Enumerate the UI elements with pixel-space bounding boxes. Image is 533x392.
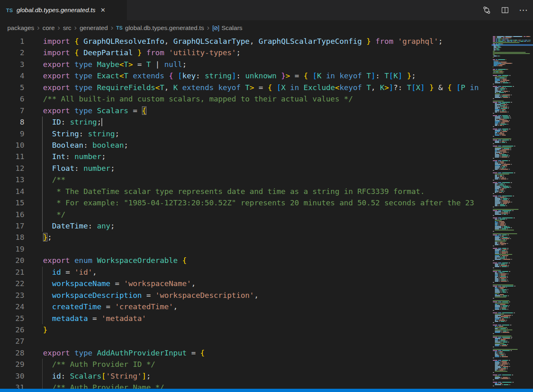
indent-guide [42, 220, 43, 232]
line-number[interactable]: 3 [0, 59, 24, 70]
line-number[interactable]: 23 [0, 290, 24, 301]
code-line[interactable]: 11 Int: number; [0, 151, 489, 162]
chevron-right-icon: › [74, 23, 77, 32]
indent-guide [42, 278, 43, 289]
breadcrumb-file-label: global.db.types.generated.ts [125, 24, 204, 32]
chevron-right-icon: › [111, 23, 113, 32]
code-line[interactable]: 14 * The DateTime scalar type represents… [0, 186, 489, 197]
line-number[interactable]: 24 [0, 301, 24, 312]
tab-actions: ⋯ [482, 0, 528, 20]
chevron-right-icon: › [58, 23, 60, 32]
indent-guide [42, 290, 43, 301]
code-lines: 1import { GraphQLResolveInfo, GraphQLSca… [0, 36, 489, 392]
line-number[interactable]: 13 [0, 174, 24, 185]
code-line[interactable]: 10 Boolean: boolean; [0, 140, 489, 151]
line-number[interactable]: 26 [0, 324, 24, 336]
code-line[interactable]: 28export type AddAuthProviderInput = { [0, 347, 489, 359]
line-number[interactable]: 21 [0, 267, 24, 278]
line-number[interactable]: 19 [0, 243, 24, 255]
line-number[interactable]: 17 [0, 220, 24, 232]
code-line[interactable]: 6/** All built-in and custom scalars, ma… [0, 93, 489, 105]
breadcrumb-item-file[interactable]: TS global.db.types.generated.ts [116, 24, 204, 32]
line-number[interactable]: 11 [0, 151, 24, 162]
code-line[interactable]: 17 DateTime: any; [0, 220, 489, 232]
line-number[interactable]: 2 [0, 47, 24, 58]
code-line[interactable]: 21 id = 'id', [0, 267, 489, 278]
code-line[interactable]: 18}; [0, 232, 489, 243]
indent-guide [42, 209, 43, 220]
line-number[interactable]: 9 [0, 128, 24, 140]
line-number[interactable]: 12 [0, 163, 24, 174]
chevron-right-icon: › [37, 23, 39, 32]
indent-guide [42, 267, 43, 278]
line-number[interactable]: 20 [0, 255, 24, 266]
breadcrumb-item-generated[interactable]: generated [80, 24, 108, 32]
code-line[interactable]: 9 String: string; [0, 128, 489, 140]
code-line[interactable]: 29 /** Auth Provider ID */ [0, 359, 489, 370]
breadcrumb-item-packages[interactable]: packages [7, 24, 34, 32]
code-line[interactable]: 25 metadata = 'metadata' [0, 313, 489, 324]
line-number[interactable]: 18 [0, 232, 24, 243]
line-number[interactable]: 7 [0, 105, 24, 116]
code-line[interactable]: 1import { GraphQLResolveInfo, GraphQLSca… [0, 36, 489, 47]
split-editor-icon[interactable] [501, 6, 509, 14]
indent-guide [42, 128, 43, 140]
code-line[interactable]: 24 createdTime = 'createdTime', [0, 301, 489, 312]
code-line[interactable]: 16 */ [0, 209, 489, 220]
close-icon[interactable]: ✕ [100, 6, 105, 14]
code-editor[interactable]: 1import { GraphQLResolveInfo, GraphQLSca… [0, 36, 489, 392]
indent-guide [42, 370, 43, 382]
open-changes-icon[interactable] [482, 6, 491, 15]
indent-guide [42, 116, 43, 128]
line-number[interactable]: 25 [0, 313, 24, 324]
chevron-right-icon: › [207, 23, 209, 32]
indent-guide [42, 140, 43, 151]
line-number[interactable]: 4 [0, 70, 24, 82]
code-line[interactable]: 3export type Maybe<T> = T | null; [0, 59, 489, 70]
code-line[interactable]: 13 /** [0, 174, 489, 185]
typescript-icon: TS [116, 25, 123, 31]
indent-guide [42, 359, 43, 370]
line-number[interactable]: 1 [0, 36, 24, 47]
code-line[interactable]: 26} [0, 324, 489, 336]
indent-guide [42, 197, 43, 209]
code-line[interactable]: 20export enum WorkspaceOrderable { [0, 255, 489, 266]
line-number[interactable]: 16 [0, 209, 24, 220]
code-line[interactable]: 5export type RequireFields<T, K extends … [0, 82, 489, 93]
line-number[interactable]: 29 [0, 359, 24, 370]
code-line[interactable]: 2import { DeepPartial } from 'utility-ty… [0, 47, 489, 58]
code-line[interactable]: 23 workspaceDescription = 'workspaceDesc… [0, 290, 489, 301]
code-line[interactable]: 8 ID: string; [0, 116, 489, 128]
line-number[interactable]: 28 [0, 347, 24, 359]
line-number[interactable]: 5 [0, 82, 24, 93]
line-number[interactable]: 14 [0, 186, 24, 197]
indent-guide [42, 163, 43, 174]
code-line[interactable]: 4export type Exact<T extends { [key: str… [0, 70, 489, 82]
breadcrumb-item-symbol[interactable]: [⊘] Scalars [212, 24, 242, 32]
code-line[interactable]: 22 workspaceName = 'workspaceName', [0, 278, 489, 289]
code-line[interactable]: 19 [0, 243, 489, 255]
minimap[interactable] [492, 36, 533, 388]
breadcrumb-item-core[interactable]: core [43, 24, 55, 32]
indent-guide [42, 174, 43, 185]
text-cursor [101, 118, 102, 126]
code-line[interactable]: 15 * For example: "1985-04-12T23:20:50.5… [0, 197, 489, 209]
status-bar [0, 389, 533, 392]
breadcrumb-item-src[interactable]: src [63, 24, 71, 32]
symbol-type-icon: [⊘] [212, 25, 219, 31]
tab-title: global.db.types.generated.ts [17, 6, 96, 14]
line-number[interactable]: 10 [0, 140, 24, 151]
line-number[interactable]: 15 [0, 197, 24, 209]
line-number[interactable]: 8 [0, 116, 24, 128]
code-line[interactable]: 7export type Scalars = { [0, 105, 489, 116]
code-line[interactable]: 12 Float: number; [0, 163, 489, 174]
breadcrumb: packages › core › src › generated › TS g… [0, 20, 533, 36]
line-number[interactable]: 27 [0, 336, 24, 347]
line-number[interactable]: 6 [0, 93, 24, 105]
code-line[interactable]: 27 [0, 336, 489, 347]
line-number[interactable]: 22 [0, 278, 24, 289]
code-line[interactable]: 30 id: Scalars['String']; [0, 370, 489, 382]
more-actions-icon[interactable]: ⋯ [519, 6, 528, 15]
line-number[interactable]: 30 [0, 370, 24, 382]
editor-tab[interactable]: TS global.db.types.generated.ts ✕ [0, 0, 127, 20]
